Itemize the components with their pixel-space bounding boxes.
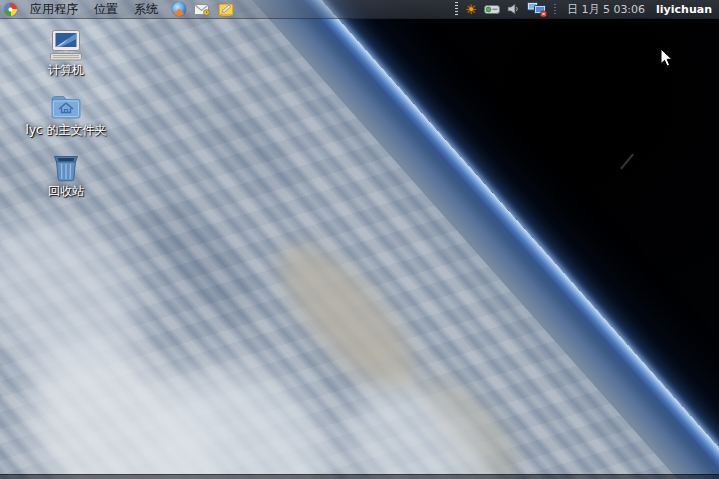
notes-icon[interactable] bbox=[218, 2, 234, 16]
system-tray: ☀ 日 1月 5 03:06 liyichuan bbox=[455, 2, 719, 17]
alert-sun-icon[interactable]: ☀ bbox=[465, 3, 477, 16]
volume-icon[interactable] bbox=[507, 3, 520, 15]
desktop-screen: 应用程序 位置 系统 ☀ bbox=[0, 0, 719, 479]
user-switcher[interactable]: liyichuan bbox=[656, 3, 714, 16]
menu-applications[interactable]: 应用程序 bbox=[22, 0, 86, 18]
desktop-icon-column: 计算机 lyc 的主文件夹 回收站 bbox=[34, 30, 98, 200]
device-icon[interactable] bbox=[484, 3, 500, 15]
desktop-icon-home-folder[interactable]: lyc 的主文件夹 bbox=[34, 93, 98, 139]
desktop-icon-label: lyc 的主文件夹 bbox=[26, 122, 107, 139]
menu-system[interactable]: 系统 bbox=[126, 0, 166, 18]
home-folder-icon bbox=[49, 93, 83, 121]
trash-icon bbox=[51, 153, 81, 182]
clock[interactable]: 日 1月 5 03:06 bbox=[563, 2, 649, 17]
desktop-icon-label: 回收站 bbox=[48, 183, 84, 200]
menu-places[interactable]: 位置 bbox=[86, 0, 126, 18]
panel-separator bbox=[554, 4, 556, 15]
top-panel: 应用程序 位置 系统 ☀ bbox=[0, 0, 719, 19]
computer-icon bbox=[48, 30, 84, 61]
distro-logo-icon[interactable] bbox=[4, 3, 17, 16]
bottom-panel-edge[interactable] bbox=[0, 474, 719, 479]
mail-icon[interactable] bbox=[194, 3, 210, 16]
network-offline-icon[interactable] bbox=[527, 2, 547, 17]
desktop-icon-trash[interactable]: 回收站 bbox=[34, 153, 98, 200]
mouse-cursor bbox=[660, 48, 674, 68]
quick-launchers bbox=[172, 2, 234, 16]
firefox-icon[interactable] bbox=[172, 2, 186, 16]
desktop-icon-computer[interactable]: 计算机 bbox=[34, 30, 98, 79]
earth-wallpaper bbox=[0, 0, 719, 479]
panel-drag-handle[interactable] bbox=[455, 2, 458, 16]
desktop-icon-label: 计算机 bbox=[48, 62, 84, 79]
space-debris-streak bbox=[620, 154, 634, 170]
